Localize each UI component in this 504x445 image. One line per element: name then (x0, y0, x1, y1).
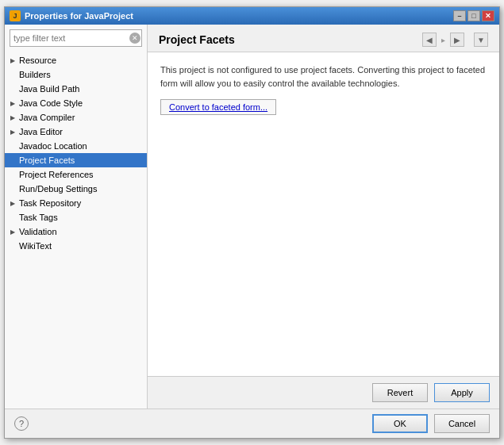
sidebar-item-run-debug-settings[interactable]: Run/Debug Settings (5, 182, 147, 196)
main-content: ✕ ▶ResourceBuildersJava Build Path▶Java … (5, 25, 499, 409)
footer-left: ? (14, 416, 366, 431)
expander-icon (8, 170, 17, 179)
sidebar-item-label: Javadoc Location (19, 141, 87, 151)
close-button[interactable]: ✕ (482, 10, 494, 21)
info-text: This project is not configured to use pr… (160, 63, 487, 90)
sidebar-item-label: Task Repository (19, 198, 81, 208)
sidebar-item-java-build-path[interactable]: Java Build Path (5, 82, 147, 96)
expander-icon (8, 155, 17, 165)
nav-forward-button[interactable]: ▶ (450, 33, 464, 47)
search-clear-button[interactable]: ✕ (129, 33, 140, 44)
sidebar-item-java-editor[interactable]: ▶Java Editor (5, 125, 147, 139)
sidebar-item-builders[interactable]: Builders (5, 67, 147, 82)
bottom-bar: Revert Apply (148, 376, 499, 409)
expander-icon: ▶ (8, 113, 17, 122)
nav-dropdown-button[interactable]: ▼ (474, 33, 488, 47)
minimize-button[interactable]: – (453, 10, 466, 21)
sidebar-item-label: Task Tags (19, 213, 58, 222)
sidebar-item-label: Run/Debug Settings (19, 184, 97, 194)
sidebar-item-label: Validation (19, 227, 57, 236)
expander-icon (8, 184, 17, 194)
sidebar-item-label: Java Compiler (19, 113, 75, 122)
revert-button[interactable]: Revert (372, 383, 428, 402)
sidebar-item-task-repository[interactable]: ▶Task Repository (5, 196, 147, 210)
expander-icon (8, 213, 17, 222)
sidebar-item-label: Java Code Style (19, 98, 83, 108)
right-panel: Project Facets ◀ ▸ ▶ ▼ This project is n… (148, 25, 499, 409)
expander-icon: ▶ (8, 56, 17, 65)
expander-icon: ▶ (8, 127, 17, 136)
expander-icon: ▶ (8, 198, 17, 208)
sidebar-item-project-facets[interactable]: Project Facets (5, 153, 147, 167)
sidebar-item-project-references[interactable]: Project References (5, 167, 147, 182)
expander-icon: ▶ (8, 98, 17, 108)
sidebar-item-javadoc-location[interactable]: Javadoc Location (5, 139, 147, 153)
panel-body: This project is not configured to use pr… (148, 52, 499, 376)
expander-icon (8, 241, 17, 251)
sidebar-item-label: WikiText (19, 241, 52, 251)
panel-title: Project Facets (159, 33, 235, 46)
expander-icon (8, 70, 17, 79)
expander-icon (8, 84, 17, 94)
sidebar-item-validation[interactable]: ▶Validation (5, 224, 147, 239)
help-icon[interactable]: ? (14, 416, 29, 431)
sidebar-item-label: Project Facets (19, 155, 75, 165)
sidebar: ✕ ▶ResourceBuildersJava Build Path▶Java … (5, 25, 148, 409)
sidebar-item-java-code-style[interactable]: ▶Java Code Style (5, 96, 147, 110)
panel-header: Project Facets ◀ ▸ ▶ ▼ (148, 25, 499, 52)
convert-link[interactable]: Convert to faceted form... (160, 99, 276, 115)
search-box: ✕ (10, 29, 142, 47)
search-input[interactable] (10, 29, 142, 47)
apply-button[interactable]: Apply (434, 383, 490, 402)
nav-back-button[interactable]: ◀ (422, 33, 437, 47)
panel-nav: ◀ ▸ ▶ ▼ (422, 33, 488, 47)
sidebar-item-label: Project References (19, 170, 94, 179)
titlebar-controls: – □ ✕ (453, 10, 494, 21)
window-title: Properties for JavaProject (25, 11, 453, 21)
footer: ? OK Cancel (5, 409, 499, 438)
window-icon: J (10, 10, 21, 21)
titlebar: J Properties for JavaProject – □ ✕ (5, 7, 499, 25)
sidebar-item-label: Resource (19, 56, 56, 65)
sidebar-item-label: Builders (19, 70, 51, 79)
sidebar-tree: ▶ResourceBuildersJava Build Path▶Java Co… (5, 52, 147, 409)
sidebar-item-task-tags[interactable]: Task Tags (5, 210, 147, 224)
sidebar-item-label: Java Build Path (19, 84, 79, 94)
maximize-button[interactable]: □ (467, 10, 480, 21)
cancel-button[interactable]: Cancel (434, 414, 490, 433)
ok-button[interactable]: OK (372, 414, 428, 433)
sidebar-item-wikitext[interactable]: WikiText (5, 239, 147, 253)
sidebar-item-java-compiler[interactable]: ▶Java Compiler (5, 110, 147, 125)
sidebar-item-resource[interactable]: ▶Resource (5, 53, 147, 67)
expander-icon (8, 141, 17, 151)
main-window: J Properties for JavaProject – □ ✕ ✕ ▶Re… (4, 6, 500, 439)
sidebar-item-label: Java Editor (19, 127, 63, 136)
expander-icon: ▶ (8, 227, 17, 236)
